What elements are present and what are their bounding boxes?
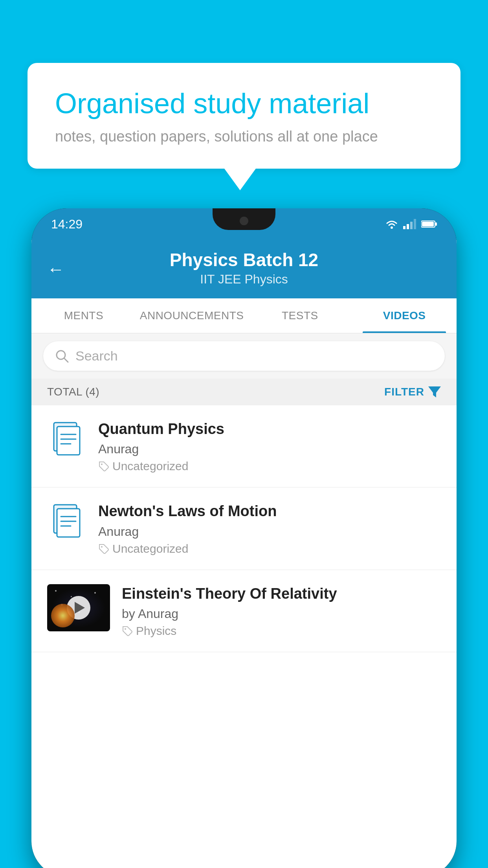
list-item[interactable]: Newton's Laws of Motion Anurag Uncategor… xyxy=(31,487,457,570)
video-list: Quantum Physics Anurag Uncategorized xyxy=(31,405,457,652)
total-label: TOTAL (4) xyxy=(47,386,99,398)
wifi-icon xyxy=(385,219,398,229)
list-item[interactable]: Quantum Physics Anurag Uncategorized xyxy=(31,405,457,487)
svg-point-16 xyxy=(101,463,103,465)
signal-icon xyxy=(403,219,416,229)
svg-line-9 xyxy=(64,358,68,362)
video-tag: Uncategorized xyxy=(98,542,441,555)
tag-label: Physics xyxy=(136,624,176,638)
svg-point-22 xyxy=(101,546,103,548)
tag-icon xyxy=(98,543,109,554)
video-info: Quantum Physics Anurag Uncategorized xyxy=(98,419,441,473)
tag-icon xyxy=(98,461,109,472)
tab-tests[interactable]: TESTS xyxy=(248,298,352,333)
header-title: Physics Batch 12 xyxy=(47,249,441,270)
status-bar: 14:29 xyxy=(31,208,457,240)
video-title: Quantum Physics xyxy=(98,419,441,439)
filter-icon xyxy=(428,386,441,397)
svg-rect-4 xyxy=(414,219,416,229)
video-tag: Physics xyxy=(122,624,441,638)
tabs-container: MENTS ANNOUNCEMENTS TESTS VIDEOS xyxy=(31,298,457,333)
video-author: Anurag xyxy=(98,442,441,456)
video-tag: Uncategorized xyxy=(98,460,441,473)
svg-rect-7 xyxy=(422,222,434,226)
filter-label: FILTER xyxy=(384,386,424,398)
back-button[interactable]: ← xyxy=(47,259,64,279)
speech-bubble-container: Organised study material notes, question… xyxy=(28,63,460,190)
tag-label: Uncategorized xyxy=(112,460,188,473)
tag-label: Uncategorized xyxy=(112,542,188,555)
video-info: Newton's Laws of Motion Anurag Uncategor… xyxy=(98,502,441,555)
svg-rect-1 xyxy=(403,226,405,229)
svg-point-0 xyxy=(391,226,393,229)
notch xyxy=(213,208,275,230)
search-container: Search xyxy=(31,333,457,379)
speech-bubble-title: Organised study material xyxy=(55,86,433,120)
status-time: 14:29 xyxy=(51,217,83,232)
list-item[interactable]: Einstein's Theory Of Relativity by Anura… xyxy=(31,570,457,652)
speech-bubble-subtitle: notes, question papers, solutions all at… xyxy=(55,128,433,145)
tab-announcements[interactable]: ANNOUNCEMENTS xyxy=(136,298,248,333)
search-input[interactable]: Search xyxy=(75,348,118,364)
speech-bubble: Organised study material notes, question… xyxy=(28,63,460,169)
video-author: by Anurag xyxy=(122,607,441,621)
svg-marker-10 xyxy=(428,386,441,397)
video-title: Newton's Laws of Motion xyxy=(98,502,441,521)
video-thumbnail xyxy=(47,584,110,631)
svg-rect-2 xyxy=(407,224,409,229)
speech-bubble-tail xyxy=(224,169,256,190)
app-header: ← Physics Batch 12 IIT JEE Physics xyxy=(31,240,457,298)
filter-button[interactable]: FILTER xyxy=(384,386,441,398)
header-subtitle: IIT JEE Physics xyxy=(47,272,441,287)
svg-rect-3 xyxy=(410,222,413,229)
tag-icon xyxy=(122,625,133,636)
svg-rect-12 xyxy=(57,427,80,455)
filter-bar: TOTAL (4) FILTER xyxy=(31,379,457,405)
video-author: Anurag xyxy=(98,524,441,539)
search-icon xyxy=(55,349,69,363)
svg-rect-6 xyxy=(435,223,437,226)
video-title: Einstein's Theory Of Relativity xyxy=(122,584,441,603)
svg-point-23 xyxy=(125,628,126,630)
video-info: Einstein's Theory Of Relativity by Anura… xyxy=(122,584,441,638)
battery-icon xyxy=(421,220,437,228)
search-bar[interactable]: Search xyxy=(43,341,445,371)
tab-videos[interactable]: VIDEOS xyxy=(352,298,457,333)
phone-screen: ← Physics Batch 12 IIT JEE Physics MENTS… xyxy=(31,240,457,868)
file-icon xyxy=(47,419,86,459)
tab-ments[interactable]: MENTS xyxy=(31,298,136,333)
phone-frame: 14:29 xyxy=(31,208,457,868)
file-icon xyxy=(47,502,86,541)
svg-rect-18 xyxy=(57,509,80,537)
camera xyxy=(240,217,248,225)
status-icons xyxy=(385,219,437,229)
